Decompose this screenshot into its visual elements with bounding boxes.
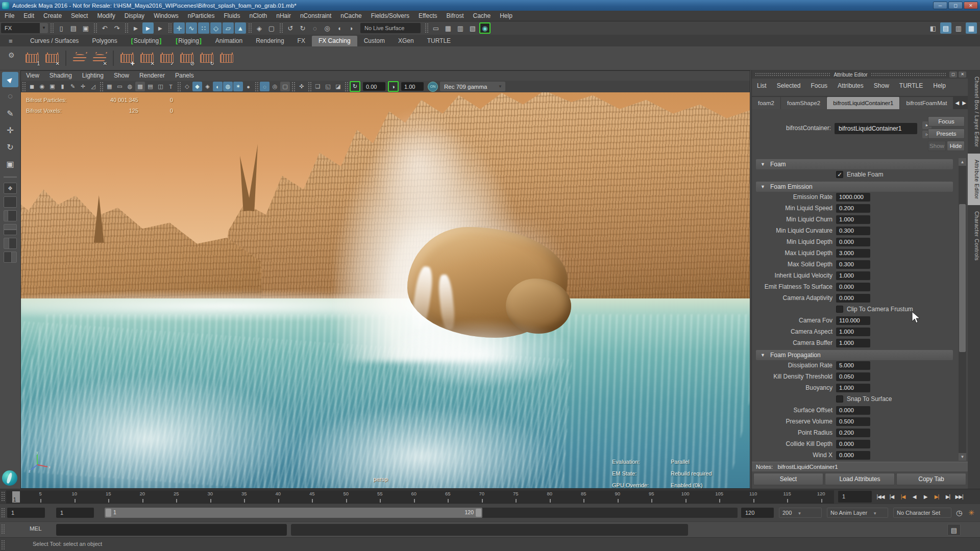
isolate-select-icon[interactable]: ✜ bbox=[297, 82, 306, 91]
replace-cache-icon[interactable]: ✓ bbox=[158, 49, 176, 67]
tool-settings-toggle-icon[interactable]: ▥ bbox=[953, 22, 964, 34]
modeling-toolkit-icon[interactable]: ◧ bbox=[927, 22, 939, 34]
channel-box-toggle-icon[interactable]: ▦ bbox=[966, 22, 977, 34]
snap-to-grid-icon[interactable]: ✛ bbox=[174, 22, 185, 34]
auto-keyframe-icon[interactable]: ◷ bbox=[953, 507, 965, 518]
menu-bifrost[interactable]: Bifrost bbox=[442, 11, 468, 21]
ae-tab-bifrostfoammat[interactable]: bifrostFoamMat bbox=[900, 97, 953, 109]
close-button[interactable]: ✕ bbox=[964, 2, 978, 9]
paint-select-tool[interactable]: ✎ bbox=[2, 106, 18, 121]
restore-button[interactable]: ◻ bbox=[948, 2, 963, 9]
step-forward-key-button[interactable]: ▶| bbox=[931, 490, 942, 503]
tab-next-icon[interactable]: ▶ bbox=[961, 97, 968, 109]
menu-nconstraint[interactable]: nConstraint bbox=[296, 11, 336, 21]
menu-select[interactable]: Select bbox=[66, 11, 92, 21]
merge-cache-icon[interactable]: ↻ bbox=[198, 49, 215, 67]
shelf-tab-fx[interactable]: FX bbox=[291, 36, 312, 46]
copy-tab-button[interactable]: Copy Tab bbox=[896, 473, 966, 485]
attr-field-camera-aspect[interactable]: 1.000 bbox=[836, 328, 870, 336]
view-transform-dropdown[interactable]: Rec 709 gamma ▼ bbox=[440, 82, 505, 91]
layout-persp-graph[interactable] bbox=[4, 224, 17, 235]
gear-icon[interactable]: ⚙ bbox=[8, 51, 15, 59]
safe-title-icon[interactable]: T bbox=[166, 82, 176, 91]
panel-menu-panels[interactable]: Panels bbox=[170, 71, 199, 81]
snap-to-curve-icon[interactable]: ∿ bbox=[186, 22, 197, 34]
drag-handle[interactable] bbox=[1, 540, 5, 550]
bifrost-liquid-cache-icon[interactable]: 1 bbox=[23, 49, 41, 67]
panel-tab-character-controls[interactable]: Character Controls bbox=[968, 205, 980, 267]
attr-field-inherit-liquid-velocity[interactable]: 1.000 bbox=[836, 271, 870, 280]
section-header-foam-emission[interactable]: ▼Foam Emission bbox=[756, 182, 953, 192]
undo-icon[interactable]: ↶ bbox=[99, 22, 110, 34]
menu-cache[interactable]: Cache bbox=[468, 11, 495, 21]
section-header-foam-propagation[interactable]: ▼Foam Propagation bbox=[756, 350, 953, 360]
close-panel-icon[interactable]: ✕ bbox=[959, 71, 966, 78]
attr-field-point-radius[interactable]: 0.200 bbox=[836, 429, 870, 437]
select-by-component-icon[interactable]: ► bbox=[155, 22, 166, 34]
render-settings-icon[interactable]: ▧ bbox=[467, 22, 478, 34]
safe-action-icon[interactable]: ◫ bbox=[156, 82, 165, 91]
color-management-icon[interactable]: ◉ bbox=[479, 22, 491, 34]
attr-field-emission-rate[interactable]: 1000.000 bbox=[836, 193, 870, 202]
attr-field-min-liquid-churn[interactable]: 1.000 bbox=[836, 215, 870, 224]
attr-field-surface-offset[interactable]: 0.000 bbox=[836, 406, 870, 415]
attr-field-max-solid-depth[interactable]: 0.300 bbox=[836, 260, 870, 269]
exposure-field[interactable]: 0.00 bbox=[363, 82, 385, 91]
pan-zoom-icon[interactable]: ✛ bbox=[78, 82, 88, 91]
menu-fluids[interactable]: Fluids bbox=[219, 11, 245, 21]
checkbox-clip-to-camera-frustum[interactable] bbox=[836, 306, 843, 313]
float-panel-icon[interactable]: ◻ bbox=[949, 71, 957, 78]
go-to-end-button[interactable]: ▶▶| bbox=[953, 490, 965, 503]
bifrost-delete-cache-icon[interactable]: ✕ bbox=[43, 49, 61, 67]
ae-menu-turtle[interactable]: TURTLE bbox=[894, 81, 928, 91]
animation-start-field[interactable]: 1 bbox=[7, 508, 45, 518]
reflection-icon[interactable]: ◗ bbox=[346, 22, 357, 34]
shelf-tab-animation[interactable]: Animation bbox=[209, 36, 249, 46]
animation-preferences-icon[interactable]: ✳ bbox=[966, 507, 977, 518]
focus-button[interactable]: Focus bbox=[928, 116, 965, 127]
oriented-planes-icon[interactable]: ◿ bbox=[88, 82, 98, 91]
snap-align-icon[interactable]: ◌ bbox=[309, 22, 321, 34]
ae-menu-show[interactable]: Show bbox=[869, 81, 894, 91]
checkbox-snap-to-surface[interactable] bbox=[836, 395, 843, 403]
layout-persp-outliner[interactable] bbox=[4, 210, 17, 221]
step-back-key-button[interactable]: |◀ bbox=[897, 490, 909, 503]
menu-file[interactable]: File bbox=[0, 11, 19, 21]
menu-modify[interactable]: Modify bbox=[92, 11, 119, 21]
attr-field-camera-buffer[interactable]: 1.000 bbox=[836, 339, 870, 347]
render-current-frame-icon[interactable]: ▦ bbox=[443, 22, 454, 34]
ae-menu-focus[interactable]: Focus bbox=[805, 81, 832, 91]
menu-fields-solvers[interactable]: Fields/Solvers bbox=[366, 11, 414, 21]
bifrost-foam-delete-cache-icon[interactable]: ✕ bbox=[91, 49, 108, 67]
range-slider-track[interactable]: 1 120 bbox=[105, 508, 738, 518]
panel-menu-show[interactable]: Show bbox=[109, 71, 134, 81]
ae-menu-selected[interactable]: Selected bbox=[772, 81, 806, 91]
minimize-button[interactable]: ─ bbox=[933, 2, 947, 9]
soft-select-icon[interactable]: ◎ bbox=[322, 22, 333, 34]
attr-field-min-liquid-speed[interactable]: 0.200 bbox=[836, 204, 870, 213]
lock-selection-icon[interactable]: ◈ bbox=[254, 22, 265, 34]
live-surface-field[interactable]: No Live Surface bbox=[360, 23, 421, 33]
color-managed-icon[interactable]: ON bbox=[428, 82, 438, 92]
highlight-selection-icon[interactable]: ▢ bbox=[266, 22, 277, 34]
wireframe-icon[interactable]: ◇ bbox=[182, 82, 192, 91]
shelf-menu-icon[interactable]: ≡ bbox=[9, 37, 13, 45]
disable-cache-icon[interactable]: ⊘ bbox=[178, 49, 195, 67]
lighting-icon[interactable]: ✶ bbox=[233, 82, 243, 91]
attr-field-buoyancy[interactable]: 1.000 bbox=[836, 384, 870, 392]
drag-handle[interactable] bbox=[755, 72, 830, 77]
step-forward-frame-button[interactable]: ▶| bbox=[942, 490, 953, 503]
flat-shade-icon[interactable]: ◈ bbox=[203, 82, 212, 91]
shelf-tab-sculpting[interactable]: [Sculpting] bbox=[124, 36, 168, 46]
ae-menu-list[interactable]: List bbox=[752, 81, 772, 91]
history-on-icon[interactable]: ↺ bbox=[285, 22, 296, 34]
current-frame-field[interactable]: 1 bbox=[838, 491, 872, 503]
script-editor-icon[interactable]: ▤ bbox=[947, 524, 961, 536]
time-slider-track[interactable]: 1 51015202530354045505560657075808590951… bbox=[6, 490, 834, 504]
mel-label[interactable]: MEL bbox=[30, 525, 42, 532]
attr-field-collide-kill-depth[interactable]: 0.000 bbox=[836, 440, 870, 448]
select-tool[interactable]: ► bbox=[2, 72, 18, 87]
make-live-icon[interactable]: ▲ bbox=[235, 22, 246, 34]
menu-effects[interactable]: Effects bbox=[414, 11, 442, 21]
load-attributes-button[interactable]: Load Attributes bbox=[825, 473, 895, 485]
